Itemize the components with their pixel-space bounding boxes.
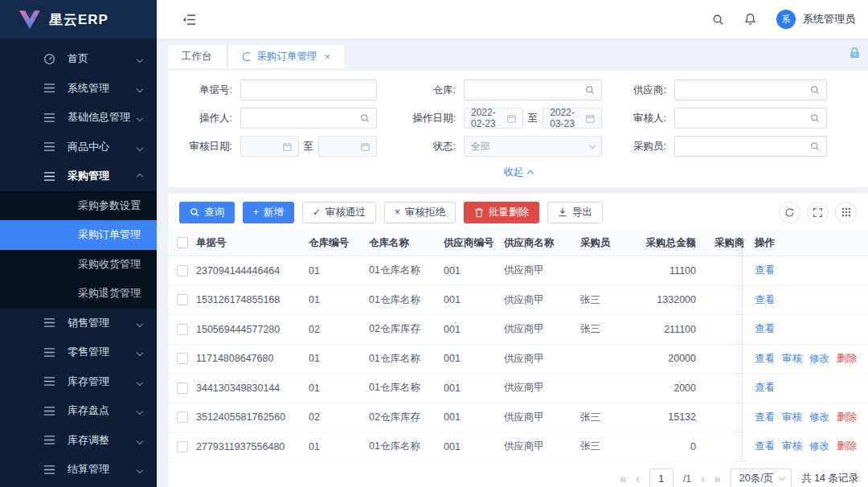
- op-date-from-input[interactable]: 2022-02-23: [464, 108, 523, 129]
- list-icon: [43, 111, 57, 124]
- sidebar-item-purchase-orders[interactable]: 采购订单管理: [0, 220, 157, 250]
- auditor-input[interactable]: [674, 108, 827, 129]
- row-checkbox[interactable]: [177, 294, 188, 305]
- row-checkbox[interactable]: [177, 441, 188, 452]
- plus-icon: +: [253, 207, 259, 217]
- download-icon: [558, 207, 567, 217]
- col-wh-name: 仓库名称: [369, 236, 444, 250]
- audit-date-to-input[interactable]: [318, 136, 377, 157]
- audit-date-from-input[interactable]: [240, 136, 299, 157]
- op-date-to-input[interactable]: 2022-03-23: [542, 108, 602, 129]
- fullscreen-icon[interactable]: [807, 202, 829, 223]
- search-icon[interactable]: [712, 14, 724, 26]
- sidebar-item-purchase-params[interactable]: 采购参数设置: [0, 191, 157, 221]
- sidebar-item-purchase-returns[interactable]: 采购退货管理: [0, 279, 157, 309]
- collapse-filters-link[interactable]: 收起: [504, 166, 533, 179]
- page-size-select[interactable]: 20条/页: [731, 469, 792, 487]
- pagination: « ‹ 1 /1 › » 20条/页 共 14 条记录: [168, 462, 868, 487]
- chevron-down-icon: [137, 350, 143, 356]
- view-link[interactable]: 查看: [755, 322, 775, 336]
- warehouse-input[interactable]: [464, 80, 602, 100]
- batch-delete-button[interactable]: 批量删除: [464, 202, 539, 223]
- app-window: 星云ERP 首页 系统管理 基础信息管理 商品中心: [0, 0, 868, 487]
- sidebar-item-goods-center[interactable]: 商品中心: [0, 133, 157, 162]
- view-link[interactable]: 查看: [755, 411, 775, 424]
- status-label: 状态:: [385, 140, 456, 153]
- col-operations: 操作: [743, 230, 868, 256]
- tab-purchase-orders[interactable]: 采购订单管理 ×: [229, 45, 345, 68]
- view-link[interactable]: 查看: [755, 264, 775, 277]
- supplier-input[interactable]: [674, 80, 827, 100]
- sidebar-item-sales[interactable]: 销售管理: [0, 309, 157, 338]
- row-actions: 查看: [743, 256, 868, 286]
- view-link[interactable]: 查看: [755, 293, 775, 307]
- list-icon: [43, 82, 57, 95]
- delete-link[interactable]: 删除: [837, 440, 857, 453]
- reject-button[interactable]: × 审核拒绝: [384, 202, 456, 223]
- first-page-button[interactable]: «: [620, 473, 626, 485]
- refresh-icon[interactable]: [779, 202, 800, 223]
- add-button[interactable]: + 新增: [243, 202, 294, 223]
- sidebar-item-stock-adjust[interactable]: 库存调整: [0, 426, 157, 456]
- edit-link[interactable]: 修改: [809, 411, 829, 424]
- sidebar-item-purchase[interactable]: 采购管理: [0, 162, 157, 191]
- audit-link[interactable]: 审核: [782, 440, 802, 453]
- lock-icon[interactable]: [848, 46, 862, 59]
- edit-link[interactable]: 修改: [809, 352, 829, 366]
- next-page-button[interactable]: ›: [701, 473, 705, 485]
- last-page-button[interactable]: »: [714, 473, 721, 485]
- chevron-down-icon: [137, 144, 143, 150]
- row-checkbox[interactable]: [177, 324, 188, 335]
- search-icon: [810, 113, 820, 123]
- approve-button[interactable]: ✓ 审核通过: [302, 202, 376, 223]
- view-link[interactable]: 查看: [755, 352, 775, 366]
- search-icon: [810, 85, 820, 95]
- calendar-icon: [283, 142, 292, 151]
- menu-fold-icon[interactable]: [182, 14, 196, 26]
- row-checkbox[interactable]: [177, 383, 188, 394]
- action-toolbar: 查询 + 新增 ✓ 审核通过 × 审核拒绝: [168, 200, 868, 224]
- delete-link[interactable]: 删除: [837, 411, 857, 424]
- total-pages-label: /1: [683, 473, 691, 485]
- export-button[interactable]: 导出: [547, 202, 603, 223]
- cross-icon: ×: [395, 207, 400, 217]
- app-logo[interactable]: 星云ERP: [0, 0, 157, 39]
- view-link[interactable]: 查看: [755, 381, 775, 395]
- audit-link[interactable]: 审核: [782, 352, 802, 366]
- sidebar-item-purchase-receiving[interactable]: 采购收货管理: [0, 250, 157, 280]
- edit-link[interactable]: 修改: [809, 440, 829, 453]
- row-checkbox[interactable]: [177, 265, 188, 276]
- sidebar-item-base-info[interactable]: 基础信息管理: [0, 103, 157, 133]
- sidebar-item-home[interactable]: 首页: [0, 44, 157, 74]
- row-actions: 查看审核修改删除: [743, 403, 868, 433]
- bell-icon[interactable]: [744, 13, 756, 26]
- close-tab-icon[interactable]: ×: [325, 51, 331, 63]
- sidebar-item-stocktake[interactable]: 库存盘点: [0, 396, 157, 426]
- tab-bar: 工作台 采购订单管理 ×: [168, 39, 868, 71]
- audit-link[interactable]: 审核: [782, 411, 802, 424]
- delete-link[interactable]: 删除: [837, 352, 857, 366]
- prev-page-button[interactable]: ‹: [636, 473, 640, 485]
- tab-workbench[interactable]: 工作台: [168, 45, 226, 68]
- chevron-up-icon: [137, 174, 143, 180]
- buyer-input[interactable]: [674, 136, 827, 157]
- view-link[interactable]: 查看: [755, 440, 775, 453]
- operator-input[interactable]: [240, 108, 377, 129]
- row-checkbox[interactable]: [177, 411, 188, 423]
- sidebar: 星云ERP 首页 系统管理 基础信息管理 商品中心: [0, 0, 157, 487]
- sidebar-item-system[interactable]: 系统管理: [0, 74, 157, 104]
- row-checkbox[interactable]: [177, 353, 188, 364]
- chevron-down-icon: [137, 467, 143, 473]
- current-page-input[interactable]: 1: [649, 469, 674, 487]
- bill-no-input[interactable]: [240, 80, 377, 100]
- sidebar-item-settlement[interactable]: 结算管理: [0, 455, 157, 485]
- query-button[interactable]: 查询: [179, 202, 235, 223]
- user-menu[interactable]: 系 系统管理员: [776, 10, 855, 29]
- sidebar-item-inventory[interactable]: 库存管理: [0, 367, 157, 397]
- column-settings-icon[interactable]: [835, 202, 857, 223]
- status-select[interactable]: 全部: [464, 136, 602, 157]
- sidebar-item-retail[interactable]: 零售管理: [0, 338, 157, 367]
- select-all-checkbox[interactable]: [177, 237, 188, 248]
- app-title: 星云ERP: [49, 10, 108, 29]
- chevron-down-icon: [779, 474, 785, 481]
